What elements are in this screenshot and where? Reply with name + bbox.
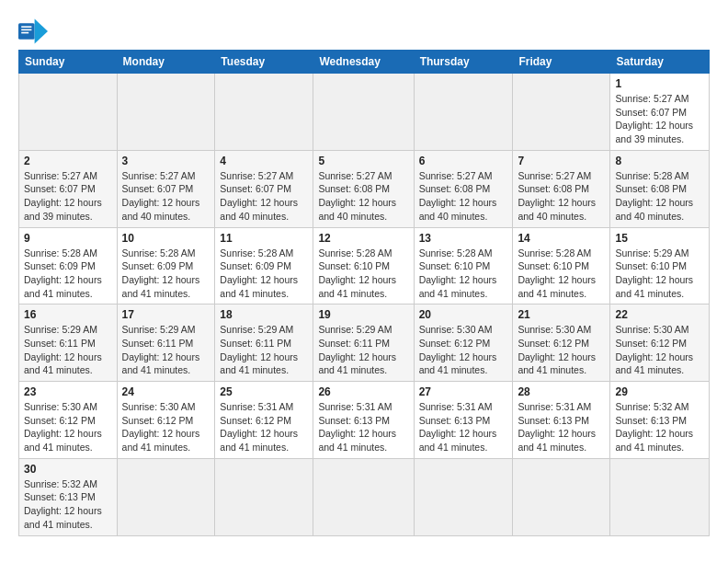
day-number: 13 <box>419 232 508 245</box>
day-number: 20 <box>419 308 508 321</box>
calendar-week-row: 9Sunrise: 5:28 AM Sunset: 6:09 PM Daylig… <box>19 227 710 304</box>
day-info: Sunrise: 5:29 AM Sunset: 6:11 PM Dayligh… <box>24 323 112 377</box>
calendar-week-row: 30Sunrise: 5:32 AM Sunset: 6:13 PM Dayli… <box>19 458 710 535</box>
day-info: Sunrise: 5:28 AM Sunset: 6:10 PM Dayligh… <box>318 247 408 301</box>
day-info: Sunrise: 5:32 AM Sunset: 6:13 PM Dayligh… <box>24 477 112 532</box>
day-number: 11 <box>220 232 308 245</box>
day-number: 1 <box>615 77 704 90</box>
calendar-header-tuesday: Tuesday <box>215 51 313 74</box>
day-number: 9 <box>24 232 112 245</box>
calendar-header-friday: Friday <box>513 51 610 74</box>
calendar-day-cell: 8Sunrise: 5:28 AM Sunset: 6:08 PM Daylig… <box>610 150 710 227</box>
day-info: Sunrise: 5:29 AM Sunset: 6:11 PM Dayligh… <box>318 323 408 377</box>
calendar-day-cell: 2Sunrise: 5:27 AM Sunset: 6:07 PM Daylig… <box>19 150 118 227</box>
day-number: 27 <box>419 385 508 398</box>
calendar-day-cell: 14Sunrise: 5:28 AM Sunset: 6:10 PM Dayli… <box>513 227 610 304</box>
calendar-day-cell: 16Sunrise: 5:29 AM Sunset: 6:11 PM Dayli… <box>19 304 118 382</box>
day-number: 16 <box>24 308 112 321</box>
day-number: 23 <box>24 385 112 398</box>
calendar-day-cell <box>414 458 513 535</box>
day-number: 18 <box>220 308 308 321</box>
calendar-day-cell <box>513 458 610 535</box>
calendar-day-cell: 23Sunrise: 5:30 AM Sunset: 6:12 PM Dayli… <box>19 382 118 459</box>
calendar-day-cell: 24Sunrise: 5:30 AM Sunset: 6:12 PM Dayli… <box>117 382 215 459</box>
day-info: Sunrise: 5:30 AM Sunset: 6:12 PM Dayligh… <box>122 400 210 454</box>
day-number: 2 <box>24 155 112 167</box>
day-number: 22 <box>615 308 704 321</box>
calendar-day-cell: 28Sunrise: 5:31 AM Sunset: 6:13 PM Dayli… <box>513 382 610 459</box>
day-number: 7 <box>518 155 605 167</box>
day-number: 17 <box>122 308 210 321</box>
day-info: Sunrise: 5:31 AM Sunset: 6:13 PM Dayligh… <box>419 400 508 454</box>
day-info: Sunrise: 5:27 AM Sunset: 6:07 PM Dayligh… <box>122 169 210 224</box>
day-info: Sunrise: 5:28 AM Sunset: 6:10 PM Dayligh… <box>518 247 605 301</box>
day-number: 24 <box>122 385 210 398</box>
day-number: 4 <box>220 155 308 167</box>
calendar-day-cell: 27Sunrise: 5:31 AM Sunset: 6:13 PM Dayli… <box>414 382 513 459</box>
day-info: Sunrise: 5:31 AM Sunset: 6:13 PM Dayligh… <box>318 400 408 454</box>
calendar-day-cell <box>414 74 513 151</box>
calendar-header-row: SundayMondayTuesdayWednesdayThursdayFrid… <box>19 51 710 74</box>
day-info: Sunrise: 5:29 AM Sunset: 6:11 PM Dayligh… <box>122 323 210 377</box>
calendar-day-cell: 4Sunrise: 5:27 AM Sunset: 6:07 PM Daylig… <box>215 150 313 227</box>
header <box>18 15 710 44</box>
day-info: Sunrise: 5:28 AM Sunset: 6:09 PM Dayligh… <box>122 247 210 301</box>
day-info: Sunrise: 5:27 AM Sunset: 6:08 PM Dayligh… <box>518 169 605 224</box>
calendar-day-cell: 21Sunrise: 5:30 AM Sunset: 6:12 PM Dayli… <box>513 304 610 382</box>
calendar-day-cell: 30Sunrise: 5:32 AM Sunset: 6:13 PM Dayli… <box>19 458 118 535</box>
day-info: Sunrise: 5:28 AM Sunset: 6:09 PM Dayligh… <box>24 247 112 301</box>
calendar-day-cell: 9Sunrise: 5:28 AM Sunset: 6:09 PM Daylig… <box>19 227 118 304</box>
day-number: 15 <box>615 232 704 245</box>
logo <box>18 18 51 44</box>
calendar-header-thursday: Thursday <box>414 51 513 74</box>
calendar-table: SundayMondayTuesdayWednesdayThursdayFrid… <box>18 50 710 536</box>
day-info: Sunrise: 5:30 AM Sunset: 6:12 PM Dayligh… <box>615 323 704 377</box>
day-number: 3 <box>122 155 210 167</box>
day-info: Sunrise: 5:27 AM Sunset: 6:08 PM Dayligh… <box>318 169 408 224</box>
svg-marker-1 <box>35 18 48 43</box>
day-number: 28 <box>518 385 605 398</box>
calendar-header-sunday: Sunday <box>19 51 118 74</box>
calendar-day-cell: 11Sunrise: 5:28 AM Sunset: 6:09 PM Dayli… <box>215 227 313 304</box>
calendar-header-monday: Monday <box>117 51 215 74</box>
calendar-week-row: 1Sunrise: 5:27 AM Sunset: 6:07 PM Daylig… <box>19 74 710 151</box>
calendar-day-cell: 3Sunrise: 5:27 AM Sunset: 6:07 PM Daylig… <box>117 150 215 227</box>
day-info: Sunrise: 5:29 AM Sunset: 6:11 PM Dayligh… <box>220 323 308 377</box>
calendar-day-cell: 15Sunrise: 5:29 AM Sunset: 6:10 PM Dayli… <box>610 227 710 304</box>
calendar-day-cell: 18Sunrise: 5:29 AM Sunset: 6:11 PM Dayli… <box>215 304 313 382</box>
day-number: 25 <box>220 385 308 398</box>
calendar-day-cell <box>117 74 215 151</box>
calendar-week-row: 23Sunrise: 5:30 AM Sunset: 6:12 PM Dayli… <box>19 382 710 459</box>
calendar-day-cell: 17Sunrise: 5:29 AM Sunset: 6:11 PM Dayli… <box>117 304 215 382</box>
calendar-day-cell: 7Sunrise: 5:27 AM Sunset: 6:08 PM Daylig… <box>513 150 610 227</box>
day-number: 29 <box>615 385 704 398</box>
calendar-day-cell <box>513 74 610 151</box>
day-number: 10 <box>122 232 210 245</box>
svg-rect-2 <box>21 26 31 28</box>
calendar-day-cell: 5Sunrise: 5:27 AM Sunset: 6:08 PM Daylig… <box>313 150 414 227</box>
calendar-day-cell: 19Sunrise: 5:29 AM Sunset: 6:11 PM Dayli… <box>313 304 414 382</box>
calendar-week-row: 2Sunrise: 5:27 AM Sunset: 6:07 PM Daylig… <box>19 150 710 227</box>
calendar-day-cell: 13Sunrise: 5:28 AM Sunset: 6:10 PM Dayli… <box>414 227 513 304</box>
calendar-day-cell: 1Sunrise: 5:27 AM Sunset: 6:07 PM Daylig… <box>610 74 710 151</box>
svg-rect-0 <box>18 23 35 40</box>
calendar-header-wednesday: Wednesday <box>313 51 414 74</box>
day-number: 19 <box>318 308 408 321</box>
calendar-day-cell <box>215 74 313 151</box>
day-info: Sunrise: 5:30 AM Sunset: 6:12 PM Dayligh… <box>24 400 112 454</box>
day-number: 30 <box>24 463 112 476</box>
calendar-header-saturday: Saturday <box>610 51 710 74</box>
day-info: Sunrise: 5:28 AM Sunset: 6:09 PM Dayligh… <box>220 247 308 301</box>
svg-rect-3 <box>21 29 31 31</box>
day-info: Sunrise: 5:27 AM Sunset: 6:07 PM Dayligh… <box>615 92 704 146</box>
calendar-day-cell: 25Sunrise: 5:31 AM Sunset: 6:12 PM Dayli… <box>215 382 313 459</box>
day-number: 8 <box>615 155 704 167</box>
calendar-day-cell <box>610 458 710 535</box>
calendar-day-cell: 26Sunrise: 5:31 AM Sunset: 6:13 PM Dayli… <box>313 382 414 459</box>
calendar-day-cell: 22Sunrise: 5:30 AM Sunset: 6:12 PM Dayli… <box>610 304 710 382</box>
calendar-day-cell <box>215 458 313 535</box>
day-info: Sunrise: 5:28 AM Sunset: 6:10 PM Dayligh… <box>419 247 508 301</box>
day-info: Sunrise: 5:32 AM Sunset: 6:13 PM Dayligh… <box>615 400 704 454</box>
calendar-day-cell: 20Sunrise: 5:30 AM Sunset: 6:12 PM Dayli… <box>414 304 513 382</box>
calendar-day-cell <box>313 458 414 535</box>
